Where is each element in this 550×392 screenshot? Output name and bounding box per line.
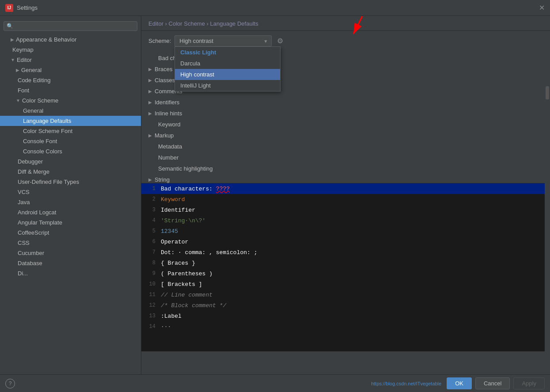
sidebar-item-diff-merge[interactable]: Diff & Merge bbox=[0, 167, 141, 177]
line-number: 3 bbox=[143, 207, 156, 213]
dropdown-item-intellij-light[interactable]: IntelliJ Light bbox=[175, 80, 280, 91]
sidebar-item-keymap[interactable]: Keymap bbox=[0, 45, 141, 55]
code-line-13: 13 :Label bbox=[141, 311, 545, 321]
code-line-1: 1 Bad characters: ???? bbox=[141, 183, 545, 194]
main-content: Editor › Color Scheme › Language Default… bbox=[141, 16, 550, 374]
code-text: 12345 bbox=[161, 228, 178, 235]
dropdown-item-darcula[interactable]: Darcula bbox=[175, 58, 280, 69]
code-line-6: 6 Operator bbox=[141, 236, 545, 247]
sidebar-item-label: Cucumber bbox=[18, 250, 44, 256]
line-number: 7 bbox=[143, 249, 156, 255]
sidebar-item-label: User-Defined File Types bbox=[18, 179, 79, 185]
sidebar-item-debugger[interactable]: Debugger bbox=[0, 156, 141, 167]
sidebar-item-label: Font bbox=[18, 87, 29, 94]
sidebar-item-di[interactable]: Di... bbox=[0, 268, 141, 278]
sidebar-item-font[interactable]: Font bbox=[0, 85, 141, 95]
sidebar-item-label: General bbox=[23, 107, 43, 114]
sidebar-item-label: Color Scheme bbox=[22, 97, 58, 104]
settings-item-metadata[interactable]: Metadata bbox=[141, 141, 545, 152]
arrow-right-icon: ▶ bbox=[148, 100, 152, 105]
sidebar-item-label: Di... bbox=[18, 270, 28, 277]
sidebar-item-coffeescript[interactable]: CoffeeScript bbox=[0, 228, 141, 238]
settings-item-keyword[interactable]: Keyword bbox=[141, 119, 545, 130]
scheme-current-value: High contrast bbox=[179, 38, 213, 44]
sidebar-item-color-scheme[interactable]: ▼ Color Scheme bbox=[0, 95, 141, 106]
arrow-down-icon: ▼ bbox=[11, 57, 15, 62]
sidebar-item-label: CoffeeScript bbox=[18, 229, 49, 236]
sidebar-item-label: Debugger bbox=[18, 158, 43, 165]
sidebar-item-language-defaults[interactable]: Language Defaults bbox=[0, 116, 141, 126]
line-number: 14 bbox=[143, 323, 156, 330]
settings-item-label: Metadata bbox=[158, 143, 182, 150]
breadcrumb-color-scheme: Color Scheme bbox=[169, 20, 205, 27]
scrollbar-thumb[interactable] bbox=[546, 86, 549, 99]
sidebar-item-console-colors[interactable]: Console Colors bbox=[0, 146, 141, 156]
settings-item-number[interactable]: Number bbox=[141, 152, 545, 163]
bad-chars-text: ???? bbox=[216, 186, 230, 192]
sidebar-item-angular[interactable]: Angular Template bbox=[0, 217, 141, 228]
line-number: 1 bbox=[143, 186, 156, 192]
cancel-button[interactable]: Cancel bbox=[475, 377, 510, 389]
gear-button[interactable]: ⚙ bbox=[275, 36, 285, 46]
code-line-7: 7 Dot: · comma: , semicolon: ; bbox=[141, 247, 545, 258]
sidebar-item-color-scheme-font[interactable]: Color Scheme Font bbox=[0, 126, 141, 136]
search-input[interactable] bbox=[15, 23, 134, 29]
ok-button[interactable]: OK bbox=[447, 377, 472, 389]
line-number: 10 bbox=[143, 281, 156, 287]
dropdown-item-classic-light[interactable]: Classic Light bbox=[175, 47, 280, 58]
settings-item-semantic-highlighting[interactable]: Semantic highlighting bbox=[141, 163, 545, 174]
sidebar-item-console-font[interactable]: Console Font bbox=[0, 136, 141, 146]
dropdown-item-high-contrast[interactable]: High contrast bbox=[175, 69, 280, 80]
code-line-8: 8 { Braces } bbox=[141, 258, 545, 268]
settings-item-markup[interactable]: ▶ Markup bbox=[141, 130, 545, 141]
arrow-right-icon: ▶ bbox=[148, 67, 152, 72]
sidebar-item-user-defined[interactable]: User-Defined File Types bbox=[0, 177, 141, 187]
sidebar-item-label: Console Font bbox=[23, 138, 57, 145]
code-line-2: 2 Keyword bbox=[141, 194, 545, 205]
sidebar-item-java[interactable]: Java bbox=[0, 197, 141, 207]
sidebar-item-general[interactable]: ▶ General bbox=[0, 65, 141, 75]
scheme-dropdown-button[interactable]: High contrast ▼ bbox=[174, 35, 272, 46]
scheme-label: Scheme: bbox=[148, 38, 171, 44]
sidebar-item-code-editing[interactable]: Code Editing bbox=[0, 75, 141, 85]
search-icon: 🔍 bbox=[7, 23, 13, 29]
right-scrollbar[interactable] bbox=[545, 51, 550, 374]
code-line-12: 12 /* Block comment */ bbox=[141, 300, 545, 311]
sidebar-item-vcs[interactable]: VCS bbox=[0, 187, 141, 197]
settings-item-label: String bbox=[155, 176, 170, 183]
code-line-3: 3 Identifier bbox=[141, 205, 545, 215]
bottom-bar: ? https://blog.csdn.net/ITvegetable OK C… bbox=[0, 374, 550, 392]
sidebar-item-label: Diff & Merge bbox=[18, 168, 49, 175]
sidebar-item-android-logcat[interactable]: Android Logcat bbox=[0, 207, 141, 217]
code-line-5: 5 12345 bbox=[141, 226, 545, 236]
line-number: 11 bbox=[143, 292, 156, 298]
search-box[interactable]: 🔍 bbox=[4, 21, 137, 31]
close-button[interactable]: ✕ bbox=[539, 4, 545, 12]
apply-button[interactable]: Apply bbox=[513, 377, 545, 389]
sidebar-item-database[interactable]: Database bbox=[0, 258, 141, 268]
sidebar-item-css[interactable]: CSS bbox=[0, 238, 141, 248]
settings-item-string[interactable]: ▶ String bbox=[141, 174, 545, 183]
scheme-dropdown-menu: Classic Light Darcula High contrast Inte… bbox=[174, 46, 281, 91]
code-text: :Label bbox=[161, 313, 182, 320]
code-line-14: 14 ··· bbox=[141, 321, 545, 332]
sidebar-item-cucumber[interactable]: Cucumber bbox=[0, 248, 141, 258]
bottom-left: ? bbox=[5, 379, 19, 388]
settings-item-identifiers[interactable]: ▶ Identifiers bbox=[141, 97, 545, 108]
sidebar-item-label: Color Scheme Font bbox=[23, 128, 72, 134]
breadcrumb-editor: Editor bbox=[148, 20, 163, 27]
settings-item-inline-hints[interactable]: ▶ Inline hints bbox=[141, 108, 545, 119]
settings-item-label: Keyword bbox=[158, 121, 181, 128]
sidebar-item-appearance[interactable]: ▶ Appearance & Behavior bbox=[0, 34, 141, 45]
arrow-right-icon: ▶ bbox=[148, 111, 152, 116]
code-text: 'String·\n\?' bbox=[161, 217, 205, 224]
sidebar-item-label: Language Defaults bbox=[23, 118, 71, 124]
breadcrumb-language-defaults: Language Defaults bbox=[210, 20, 258, 27]
scheme-dropdown: High contrast ▼ Classic Light Darcula Hi… bbox=[174, 35, 272, 46]
sidebar-item-cs-general[interactable]: General bbox=[0, 106, 141, 116]
help-button[interactable]: ? bbox=[5, 379, 15, 388]
sidebar-item-editor[interactable]: ▼ Editor bbox=[0, 55, 141, 65]
settings-item-label: Markup bbox=[155, 132, 174, 139]
settings-item-label: Inline hints bbox=[155, 110, 182, 117]
line-number: 6 bbox=[143, 239, 156, 245]
